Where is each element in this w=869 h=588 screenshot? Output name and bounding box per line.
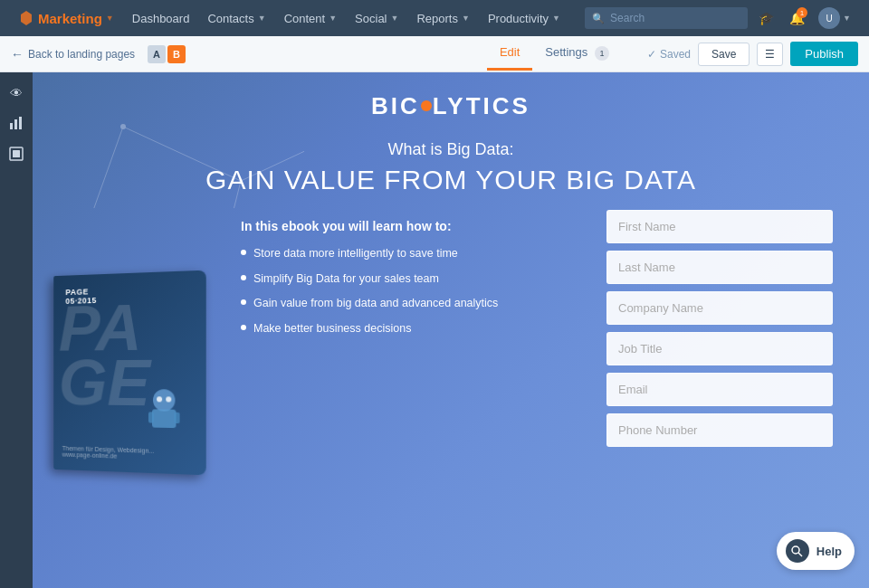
saved-status: ✓ Saved (647, 48, 691, 61)
contacts-chevron: ▼ (258, 14, 266, 23)
svg-rect-47 (152, 409, 176, 428)
svg-line-24 (241, 118, 304, 181)
search-icon: 🔍 (592, 13, 605, 24)
chart-icon (9, 116, 24, 133)
svg-rect-4 (13, 150, 20, 157)
last-name-input[interactable] (606, 251, 833, 284)
sidebar-box-button[interactable] (3, 141, 30, 168)
notification-badge: 1 (797, 7, 807, 18)
first-name-input[interactable] (606, 210, 833, 243)
productivity-chevron: ▼ (552, 14, 560, 23)
svg-line-53 (798, 553, 802, 556)
list-item: Gain value from big data and advanced an… (241, 296, 579, 312)
user-menu[interactable]: U ▼ (815, 7, 855, 29)
book-cover-text-bottom: Themen für Design, Webdesign...www.page-… (62, 445, 197, 462)
ebook-intro: In this ebook you will learn how to: (241, 219, 579, 233)
svg-line-23 (123, 127, 241, 181)
top-nav: Marketing ▼ Dashboard Contacts ▼ Content… (0, 0, 869, 36)
nav-social[interactable]: Social ▼ (346, 0, 407, 36)
ab-label-a[interactable]: A (148, 45, 166, 63)
company-name-input[interactable] (606, 291, 833, 325)
main-content: BICLYTICS What is Big Data: GAIN VALUE F… (33, 72, 869, 588)
form-section (606, 210, 833, 463)
bullet-text: Store data more intelligently to save ti… (253, 246, 458, 262)
svg-point-52 (792, 546, 799, 554)
help-search-icon (786, 539, 809, 563)
list-item: Store data more intelligently to save ti… (241, 246, 579, 262)
avatar: U (818, 7, 840, 29)
publish-button[interactable]: Publish (790, 42, 858, 66)
nav-utilities: 🎓 🔔 1 U ▼ (748, 5, 860, 31)
nav-content[interactable]: Content ▼ (275, 0, 346, 36)
nav-productivity[interactable]: Productivity ▼ (479, 0, 569, 36)
editor-bar: ← Back to landing pages A B Edit Setting… (0, 36, 869, 72)
eye-icon: 👁 (10, 86, 23, 100)
tab-edit[interactable]: Edit (487, 38, 532, 71)
list-item: Simplify Big Data for your sales team (241, 271, 579, 288)
svg-rect-49 (174, 413, 179, 423)
ab-test-labels: A B (148, 45, 186, 63)
tab-settings[interactable]: Settings 1 (532, 38, 622, 71)
reports-chevron: ▼ (462, 14, 470, 23)
academy-icon[interactable]: 🎓 (753, 5, 778, 31)
list-icon: ☰ (765, 48, 775, 61)
search-container: 🔍 (585, 7, 748, 29)
book-image: PAGE05·2015 PAGE (51, 273, 232, 490)
editor-actions: ✓ Saved Save ☰ Publish (647, 42, 858, 66)
brand-chevron: ▼ (106, 14, 114, 23)
landing-page: BICLYTICS What is Big Data: GAIN VALUE F… (33, 72, 869, 588)
svg-line-30 (205, 181, 241, 208)
bullet-dot (241, 250, 246, 255)
left-sidebar: 👁 (0, 72, 33, 588)
settings-badge: 1 (595, 46, 609, 61)
left-content: PAGE05·2015 PAGE (69, 210, 579, 463)
brand-label: Marketing (38, 11, 102, 26)
content-area: PAGE05·2015 PAGE (33, 210, 869, 463)
sidebar-chart-button[interactable] (3, 110, 30, 138)
svg-rect-1 (14, 119, 17, 129)
book-cover: PAGE05·2015 PAGE (53, 270, 205, 476)
nav-reports[interactable]: Reports ▼ (407, 0, 478, 36)
bullet-dot (241, 275, 246, 280)
bullet-text: Gain value from big data and advanced an… (253, 296, 498, 312)
back-label: Back to landing pages (28, 48, 135, 61)
book-illustration (132, 382, 196, 447)
editor-tabs: Edit Settings 1 (487, 38, 622, 71)
nav-contacts[interactable]: Contacts ▼ (198, 0, 274, 36)
bullet-text: Simplify Big Data for your sales team (253, 271, 439, 288)
search-input[interactable] (585, 7, 748, 29)
svg-rect-2 (19, 117, 22, 129)
bullet-dot (241, 299, 246, 305)
nav-brand[interactable]: Marketing ▼ (9, 0, 123, 36)
box-icon (9, 147, 24, 164)
help-label: Help (816, 545, 842, 558)
email-input[interactable] (606, 373, 833, 406)
saved-check-icon: ✓ (647, 48, 656, 61)
back-arrow-icon: ← (11, 47, 24, 62)
social-chevron: ▼ (391, 14, 399, 23)
save-button[interactable]: Save (698, 43, 750, 66)
job-title-input[interactable] (606, 332, 833, 365)
svg-line-29 (78, 127, 123, 208)
list-view-button[interactable]: ☰ (757, 43, 783, 66)
user-chevron: ▼ (843, 14, 851, 23)
content-chevron: ▼ (329, 14, 337, 23)
svg-rect-48 (148, 412, 154, 422)
sidebar-eye-button[interactable]: 👁 (3, 80, 30, 107)
bullet-dot (241, 325, 246, 330)
notifications-icon[interactable]: 🔔 1 (784, 5, 809, 31)
nav-dashboard[interactable]: Dashboard (123, 0, 199, 36)
list-item: Make better business decisions (241, 321, 579, 337)
ebook-bullets: Store data more intelligently to save ti… (241, 246, 579, 337)
phone-input[interactable] (606, 413, 833, 447)
ab-label-b[interactable]: B (167, 45, 186, 63)
back-button[interactable]: ← Back to landing pages (11, 47, 135, 62)
help-button[interactable]: Help (777, 532, 855, 570)
svg-rect-0 (10, 123, 13, 129)
svg-point-46 (153, 389, 175, 412)
network-background (33, 72, 304, 208)
bullet-text: Make better business decisions (253, 321, 411, 337)
logo-dot (421, 100, 432, 111)
